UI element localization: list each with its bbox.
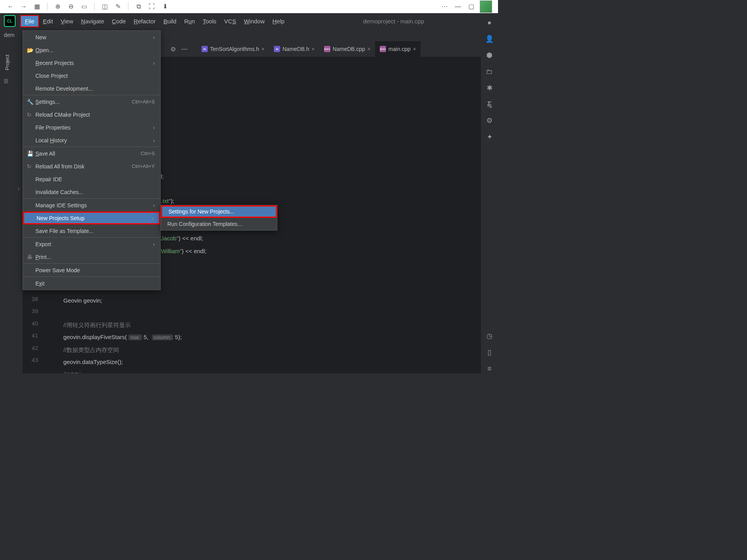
tab-main-cpp[interactable]: C++main.cpp×	[375, 41, 421, 57]
butterfly-icon[interactable]: Ƹ̵̡	[485, 100, 494, 109]
gear-icon[interactable]: ⚙	[485, 116, 494, 125]
close-icon[interactable]: ×	[413, 46, 416, 52]
file-menu-close-project[interactable]: Close Project	[23, 69, 160, 82]
file-menu-power-save-mode[interactable]: Power Save Mode	[23, 264, 160, 276]
forward-icon[interactable]: →	[19, 2, 28, 11]
menu-navigate[interactable]: Navigate	[77, 16, 108, 26]
folder-icon[interactable]: 🗀	[485, 67, 494, 76]
file-menu-reload-all-from-disk[interactable]: ↻Reload All from DiskCtrl+Alt+Y	[23, 160, 160, 173]
window-icon[interactable]: ◫	[100, 2, 109, 11]
clock-icon[interactable]: ◷	[485, 331, 494, 341]
file-menu-remote-development-[interactable]: Remote Development...	[23, 82, 160, 95]
menu-lines-icon[interactable]: ≡	[485, 364, 494, 373]
file-menu-new-projects-setup[interactable]: New Projects Setup›	[23, 212, 160, 224]
file-icon[interactable]: 🗎	[3, 78, 9, 85]
project-tool-window-tab[interactable]: Project	[0, 45, 14, 80]
menu-edit[interactable]: Edit	[39, 16, 57, 26]
file-menu-repair-ide[interactable]: Repair IDE	[23, 173, 160, 186]
file-menu-open-[interactable]: 📂Open...	[23, 44, 160, 56]
menu-bar: CL File Edit View Navigate Code Refactor…	[0, 13, 498, 29]
menu-code[interactable]: Code	[108, 16, 130, 26]
menu-build[interactable]: Build	[160, 16, 180, 26]
clion-logo-icon: CL	[4, 15, 16, 27]
file-menu-dropdown: New›📂Open...Recent Projects›Close Projec…	[23, 30, 161, 290]
submenu-settings-for-new-projects-[interactable]: Settings for New Projects...	[161, 205, 277, 218]
avatar[interactable]	[480, 0, 492, 13]
file-menu-recent-projects[interactable]: Recent Projects›	[23, 56, 160, 69]
chat-icon[interactable]: ●	[485, 18, 494, 27]
fullscreen-icon[interactable]: ⛶	[147, 2, 156, 11]
file-menu-exit[interactable]: Exit	[23, 277, 160, 290]
menu-run[interactable]: Run	[180, 16, 199, 26]
right-tool-gutter: ● 👤 ⬢ 🗀 ✱ Ƹ̵̡ ⚙ ✦ ◷ ▯ ≡	[481, 13, 498, 373]
menu-vcs[interactable]: VCS	[220, 16, 240, 26]
file-menu-save-all[interactable]: 💾Save AllCtrl+S	[23, 147, 160, 160]
file-menu-new[interactable]: New›	[23, 31, 160, 44]
menu-view[interactable]: View	[57, 16, 77, 26]
tab-tensort[interactable]: HTenSortAlgorithms.h×	[197, 41, 269, 57]
device-icon[interactable]: ▯	[485, 348, 494, 357]
close-icon[interactable]: ×	[261, 46, 265, 52]
copy-icon[interactable]: ⧉	[134, 2, 143, 11]
menu-tools[interactable]: Tools	[199, 16, 220, 26]
maximize-icon[interactable]: ▢	[466, 2, 476, 11]
menu-help[interactable]: Help	[268, 16, 288, 26]
file-menu-save-file-as-template-[interactable]: Save File as Template...	[23, 224, 160, 237]
new-projects-setup-submenu: Settings for New Projects...Run Configur…	[161, 205, 277, 231]
back-icon[interactable]: ←	[6, 2, 15, 11]
collapse-icon[interactable]: —	[181, 46, 188, 53]
file-menu-reload-cmake-project[interactable]: ↻Reload CMake Project	[23, 108, 160, 121]
more-icon[interactable]: ⋯	[440, 2, 449, 11]
zoom-in-icon[interactable]: ⊕	[53, 2, 62, 11]
browser-toolbar: ← → ▦ ⊕ ⊖ ▭ ◫ ✎ ⧉ ⛶ ⬇ ⋯ — ▢	[0, 0, 498, 13]
close-icon[interactable]: ×	[367, 46, 370, 52]
zoom-out-icon[interactable]: ⊖	[66, 2, 75, 11]
compass-icon[interactable]: ✦	[485, 132, 494, 142]
aperture-icon[interactable]: ✱	[485, 83, 494, 93]
download-icon[interactable]: ⬇	[160, 2, 170, 11]
cube-icon[interactable]: ⬢	[485, 51, 494, 60]
close-icon[interactable]: ×	[312, 46, 315, 52]
breadcrumb-text: dem	[4, 32, 14, 38]
apps-grid-icon[interactable]: ▦	[32, 2, 42, 11]
submenu-run-configuration-templates-[interactable]: Run Configuration Templates...	[161, 218, 277, 230]
file-menu-invalidate-caches-[interactable]: Invalidate Caches...	[23, 186, 160, 198]
file-menu-file-properties[interactable]: File Properties›	[23, 121, 160, 134]
menu-refactor[interactable]: Refactor	[130, 16, 160, 26]
sidebar-expand-icon[interactable]: ›	[15, 41, 23, 373]
fit-icon[interactable]: ▭	[79, 2, 89, 11]
edit-icon[interactable]: ✎	[113, 2, 123, 11]
settings-icon[interactable]: ⚙	[170, 46, 176, 53]
tab-namedb-h[interactable]: HNameDB.h×	[269, 41, 319, 57]
file-menu-local-history[interactable]: Local History›	[23, 134, 160, 147]
project-title: demoproject - main.cpp	[363, 18, 424, 24]
tab-namedb-cpp[interactable]: C++NameDB.cpp×	[319, 41, 375, 57]
person-icon[interactable]: 👤	[485, 34, 494, 44]
file-menu-settings-[interactable]: 🔧Settings...Ctrl+Alt+S	[23, 95, 160, 108]
file-menu-print-[interactable]: 🖶Print...	[23, 250, 160, 263]
menu-window[interactable]: Window	[240, 16, 268, 26]
minimize-icon[interactable]: —	[453, 2, 463, 11]
file-menu-export[interactable]: Export›	[23, 238, 160, 250]
file-menu-manage-ide-settings[interactable]: Manage IDE Settings›	[23, 199, 160, 212]
menu-file[interactable]: File	[20, 15, 39, 27]
